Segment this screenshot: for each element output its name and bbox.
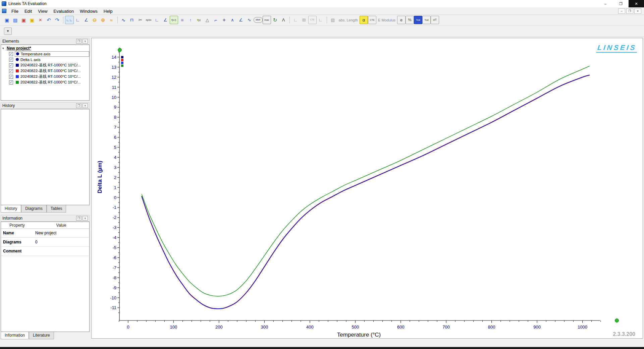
toolbar-axis-diag-button[interactable]: ∠: [237, 16, 245, 24]
sidebar-bottom-tabs: InformationLiterature: [1, 332, 90, 339]
toolbar-save-button[interactable]: ▣: [3, 16, 11, 24]
svg-text:-7: -7: [112, 265, 116, 270]
toolbar-max-button[interactable]: max: [263, 16, 271, 24]
toolbar-axis-l-button[interactable]: ∟: [153, 16, 161, 24]
tree-item-delta-l-axis[interactable]: ✓Delta L axis: [1, 57, 89, 62]
menu-view[interactable]: View: [35, 8, 50, 14]
toolbar-axis-add-button[interactable]: ∟: [74, 16, 82, 24]
toolbar-crosshair-button[interactable]: +: [220, 16, 228, 24]
align-icon: ≡: [181, 18, 183, 22]
toolbar-zoom-curve-button[interactable]: ≈: [107, 16, 116, 24]
toolbar-undo-button[interactable]: ↶: [45, 16, 53, 24]
toolbar-sigma-t-button[interactable]: σT: [431, 16, 439, 24]
toolbar-save-template-button[interactable]: ▤: [11, 16, 19, 24]
toolbar-redo-button[interactable]: ↷: [53, 16, 61, 24]
toolbar-cube-button[interactable]: ▧: [329, 16, 337, 24]
sidebar-tab-information[interactable]: Information: [1, 332, 29, 339]
mdi-restore-button[interactable]: ❐: [626, 8, 633, 14]
svg-text:-8: -8: [112, 275, 116, 280]
document-icon[interactable]: [2, 9, 6, 13]
toolbar-refresh-button[interactable]: ↻: [271, 16, 279, 24]
y-axis-handle[interactable]: [118, 48, 122, 52]
restore-button[interactable]: ❐: [613, 0, 629, 7]
toolbar-step-button[interactable]: ⊓: [128, 16, 136, 24]
toolbar-peak-up-button[interactable]: ↑: [186, 16, 195, 24]
diagram-plot[interactable]: -11-10-9-8-7-6-5-4-3-2-10123456789101112…: [92, 38, 643, 339]
toolbar-corner-button[interactable]: ⌐: [212, 16, 220, 24]
toolbar-e-modulus-button[interactable]: E Modulus: [376, 18, 397, 22]
toolbar-curve-table-button[interactable]: ⊞: [300, 16, 308, 24]
toolbar-zoom-out-button[interactable]: ⊖: [91, 16, 99, 24]
tree-item-temperature-axis[interactable]: ✓Temperature axis: [1, 51, 89, 57]
checkbox[interactable]: ✓: [9, 80, 13, 84]
menu-help[interactable]: Help: [101, 8, 116, 14]
toolbar-save-yellow-button[interactable]: ▣: [28, 16, 36, 24]
menu-edit[interactable]: Edit: [21, 8, 35, 14]
svg-text:-5: -5: [112, 245, 116, 250]
checkbox[interactable]: ✓: [9, 75, 13, 79]
information-close-button[interactable]: ×: [83, 216, 88, 221]
menu-evaluation[interactable]: Evaluation: [50, 8, 77, 14]
mdi-close-button[interactable]: ×: [634, 8, 641, 14]
tree-item-curve-1[interactable]: ✓20240822-基线 RT-1000°C 10°C/...: [1, 62, 89, 68]
toolbar-delete-button[interactable]: ×: [36, 16, 45, 24]
toolbar-curve-gray-button[interactable]: ∟: [291, 16, 300, 24]
toolbar-tcal-button[interactable]: Tcal: [422, 16, 431, 24]
toolbar-axis-pair-button[interactable]: ∟∟: [65, 16, 74, 24]
checkbox[interactable]: ✓: [9, 69, 13, 73]
sidebar-tab-tables[interactable]: Tables: [47, 205, 66, 213]
elements-float-button[interactable]: ❐: [76, 39, 82, 44]
toolbar-alpha-button[interactable]: α: [360, 16, 368, 24]
toolbar-peak-line-button[interactable]: Λ: [279, 16, 288, 24]
tree-expander-icon[interactable]: ▾: [2, 47, 7, 50]
chart-panel[interactable]: -11-10-9-8-7-6-5-4-3-2-10123456789101112…: [91, 38, 643, 339]
toolbar-label-button[interactable]: label: [254, 17, 263, 23]
checkbox[interactable]: ✓: [9, 58, 13, 62]
elements-close-button[interactable]: ×: [83, 39, 88, 44]
toolbar-tcal-active-button[interactable]: Tcal: [414, 16, 422, 24]
toolbar-overflow-button[interactable]: ▾: [4, 27, 12, 35]
toolbar-curve-button[interactable]: ∿: [119, 16, 128, 24]
toolbar-cte-table-button[interactable]: CTE: [308, 16, 317, 24]
toolbar-fxt-button[interactable]: f(x,t): [170, 16, 178, 24]
menu-windows[interactable]: Windows: [77, 8, 101, 14]
toolbar-abs-length-button[interactable]: abs. Length: [337, 18, 360, 22]
toolbar-e-button[interactable]: e: [397, 16, 406, 24]
toolbar-save-red-button[interactable]: ▣: [19, 16, 28, 24]
toolbar-percent-button[interactable]: %: [406, 16, 414, 24]
toolbar-zoom-in-button[interactable]: ⊕: [99, 16, 107, 24]
history-close-button[interactable]: ×: [83, 103, 88, 108]
toolbar-cte-button[interactable]: CTE: [368, 16, 376, 24]
checkbox[interactable]: ✓: [9, 63, 13, 67]
toolbar-triangle-button[interactable]: △: [203, 16, 212, 24]
close-button[interactable]: ✕: [629, 0, 644, 7]
tree-item-curve-3[interactable]: ✓20240822-基线 RT-1000°C 10°C/...: [1, 74, 89, 79]
toolbar-axis-zig-button[interactable]: ∿: [245, 16, 254, 24]
toolbar-align-button[interactable]: ≡: [178, 16, 186, 24]
sidebar-tab-diagrams[interactable]: Diagrams: [21, 205, 46, 213]
information-float-button[interactable]: ❐: [76, 216, 82, 221]
tree-item-curve-4[interactable]: ✓20240822-基线 RT-1000°C 10°C/...: [1, 79, 89, 85]
history-list[interactable]: [1, 109, 90, 205]
toolbar-fy-button[interactable]: f(y): [195, 16, 203, 24]
toolbar-cut-button[interactable]: ✂: [136, 16, 145, 24]
tree-project-row[interactable]: ▾New project*: [1, 45, 89, 51]
sidebar-tab-literature[interactable]: Literature: [29, 332, 54, 339]
delete-icon: ×: [39, 17, 42, 23]
checkbox[interactable]: ✓: [9, 52, 13, 56]
mdi-minimize-button[interactable]: –: [618, 8, 625, 14]
sidebar-tab-history[interactable]: History: [1, 205, 21, 213]
minimize-button[interactable]: –: [598, 0, 613, 7]
history-float-button[interactable]: ❐: [76, 103, 82, 108]
toolbar-axis-gray-button[interactable]: ∟: [317, 16, 325, 24]
toolbar-derivative-button[interactable]: dy/dx: [145, 16, 153, 24]
toolbar-axis-l2-button[interactable]: ∠: [161, 16, 170, 24]
taskbar[interactable]: [0, 347, 644, 349]
toolbar-axis-lines-button[interactable]: ∠: [82, 16, 91, 24]
x-axis-handle[interactable]: [615, 319, 619, 323]
label-icon: label: [256, 19, 260, 21]
elements-tree[interactable]: ▾New project*✓Temperature axis✓Delta L a…: [1, 45, 90, 101]
toolbar-peak-base-button[interactable]: ∧: [228, 16, 237, 24]
menu-file[interactable]: File: [8, 8, 21, 14]
tree-item-curve-2[interactable]: ✓20240822-基线 RT-1000°C 10°C/...: [1, 68, 89, 74]
